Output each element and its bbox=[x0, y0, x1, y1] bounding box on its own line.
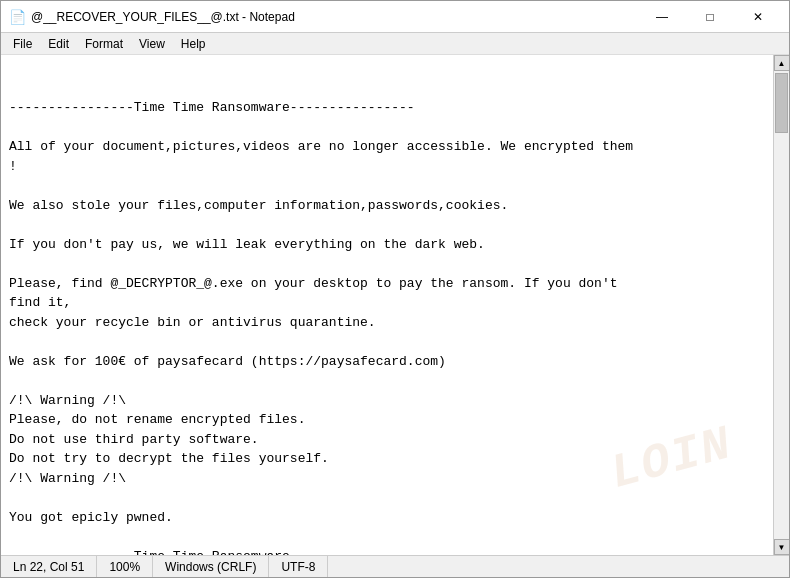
cursor-position: Ln 22, Col 51 bbox=[9, 556, 97, 577]
title-bar-controls: — □ ✕ bbox=[639, 5, 781, 29]
encoding: UTF-8 bbox=[269, 556, 328, 577]
scroll-down-button[interactable]: ▼ bbox=[774, 539, 790, 555]
minimize-button[interactable]: — bbox=[639, 5, 685, 29]
title-bar: 📄 @__RECOVER_YOUR_FILES__@.txt - Notepad… bbox=[1, 1, 789, 33]
scrollbar-thumb-area bbox=[774, 71, 789, 539]
scrollbar-track: ▲ ▼ bbox=[773, 55, 789, 555]
menu-help[interactable]: Help bbox=[173, 33, 214, 54]
line-ending: Windows (CRLF) bbox=[153, 556, 269, 577]
menu-edit[interactable]: Edit bbox=[40, 33, 77, 54]
notepad-window: 📄 @__RECOVER_YOUR_FILES__@.txt - Notepad… bbox=[0, 0, 790, 578]
menu-view[interactable]: View bbox=[131, 33, 173, 54]
notepad-icon: 📄 bbox=[9, 9, 25, 25]
zoom-level: 100% bbox=[97, 556, 153, 577]
editor-content: ----------------Time Time Ransomware----… bbox=[9, 98, 765, 555]
close-button[interactable]: ✕ bbox=[735, 5, 781, 29]
menu-format[interactable]: Format bbox=[77, 33, 131, 54]
content-area: ----------------Time Time Ransomware----… bbox=[1, 55, 789, 555]
status-bar: Ln 22, Col 51 100% Windows (CRLF) UTF-8 bbox=[1, 555, 789, 577]
scrollbar-thumb[interactable] bbox=[775, 73, 788, 133]
menu-bar: File Edit Format View Help bbox=[1, 33, 789, 55]
window-title: @__RECOVER_YOUR_FILES__@.txt - Notepad bbox=[31, 10, 295, 24]
maximize-button[interactable]: □ bbox=[687, 5, 733, 29]
scroll-up-button[interactable]: ▲ bbox=[774, 55, 790, 71]
text-editor[interactable]: ----------------Time Time Ransomware----… bbox=[1, 55, 773, 555]
title-bar-left: 📄 @__RECOVER_YOUR_FILES__@.txt - Notepad bbox=[9, 9, 295, 25]
menu-file[interactable]: File bbox=[5, 33, 40, 54]
